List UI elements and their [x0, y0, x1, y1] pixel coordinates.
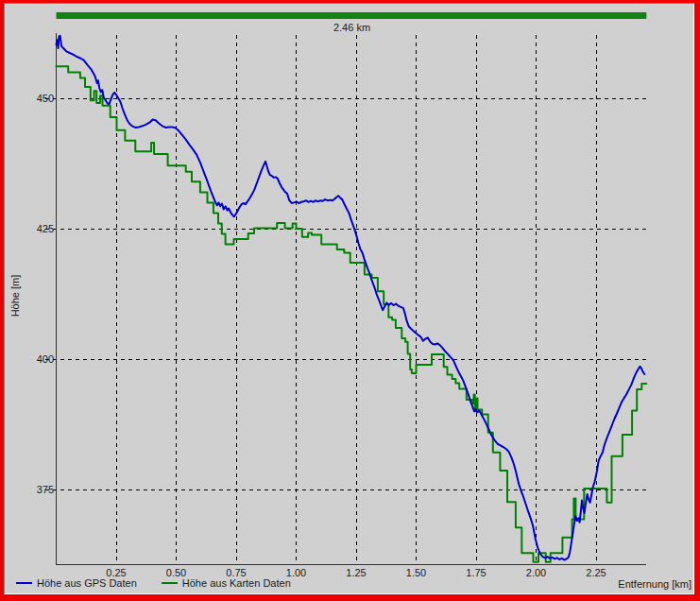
- gps-elevation-line: [57, 36, 645, 560]
- total-distance-label: 2.46 km: [57, 22, 647, 33]
- gps-line-swatch: [16, 582, 32, 584]
- y-tick-label: 375: [37, 484, 54, 495]
- x-tick-label: 2.25: [586, 567, 606, 578]
- y-axis-title: Höhe [m]: [9, 275, 21, 318]
- y-tick-label: 425: [37, 223, 54, 234]
- legend-label-gps: Höhe aus GPS Daten: [37, 577, 137, 589]
- legend-label-karten: Höhe aus Karten Daten: [182, 577, 291, 589]
- application-window: { "window": { "border_color": "#ee0000",…: [0, 0, 700, 601]
- x-tick-label: 1.75: [466, 567, 486, 578]
- axis-lines: [57, 33, 647, 564]
- x-tick-label: 1.50: [406, 567, 426, 578]
- y-tick-label: 450: [37, 93, 54, 104]
- y-tick-label: 400: [37, 353, 54, 365]
- legend-item-gps: Höhe aus GPS Daten: [16, 577, 137, 589]
- total-distance-bar: [57, 12, 647, 19]
- x-axis-title: Entfernung [km]: [618, 578, 691, 590]
- chart-legend: Höhe aus GPS Daten Höhe aus Karten Daten: [16, 577, 291, 589]
- elevation-chart-svg: [0, 0, 700, 601]
- legend-item-karten: Höhe aus Karten Daten: [162, 577, 291, 589]
- karten-line-swatch: [162, 582, 178, 584]
- x-tick-label: 2.00: [526, 567, 546, 578]
- elevation-chart: 2.46 km Höhe [m] Entfernung [km] 4504254…: [0, 0, 700, 601]
- x-tick-label: 1.25: [346, 567, 366, 578]
- karten-elevation-line: [57, 66, 647, 561]
